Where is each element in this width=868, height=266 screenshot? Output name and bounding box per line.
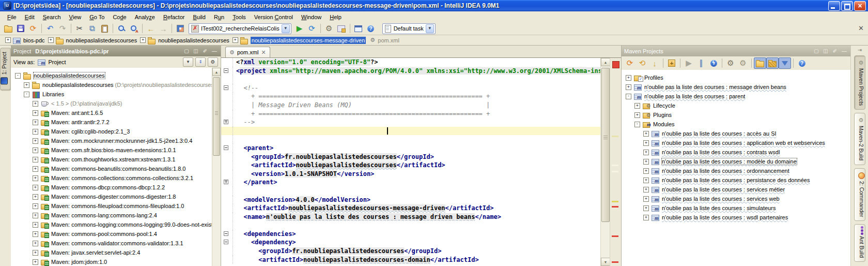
code-text[interactable]: <artifactId>noubliepaslalistedescourses-… <box>233 256 601 264</box>
tree-item[interactable]: +n'oublie pas la liste des courses : con… <box>622 147 850 157</box>
menu-search[interactable]: Search <box>39 13 65 21</box>
tool-window-button-2-commander[interactable]: 2: Commander <box>854 168 865 221</box>
error-stripe-mark[interactable] <box>612 165 618 166</box>
tree-item[interactable]: +Maven: commons-beanutils:commons-beanut… <box>11 164 212 173</box>
expand-icon[interactable]: + <box>643 140 649 146</box>
tool-window-button-project[interactable]: 1: Project <box>0 48 11 91</box>
tree-item[interactable]: +Maven: commons-dbcp:commons-dbcp:1.2.2 <box>11 183 212 192</box>
tree-item[interactable]: +Maven: cglib:cglib-nodep:2.1_3 <box>11 127 212 136</box>
tool-window-button-maven-projects[interactable]: ⚙Maven Projects <box>854 55 865 110</box>
expand-icon[interactable]: + <box>24 82 29 88</box>
tree-item[interactable]: +Maven: antlr:antlr:2.7.2 <box>11 117 212 127</box>
code-text[interactable]: <groupId>fr.noubliepaslalistedescourses<… <box>233 247 601 256</box>
tree-item[interactable]: +Maven: com.mockrunner:mockrunner-jdk1.5… <box>11 136 212 145</box>
copy-icon[interactable]: ⧉ <box>86 23 98 34</box>
menu-build[interactable]: Build <box>189 13 209 21</box>
menu-refactor[interactable]: Refactor <box>159 13 189 21</box>
minimize-panel-icon[interactable]: — <box>211 48 218 54</box>
tree-item[interactable]: +Maven: commons-digester:commons-digeste… <box>11 192 212 201</box>
expand-icon[interactable]: + <box>626 75 631 81</box>
gear-icon[interactable]: ⚙ <box>208 57 218 67</box>
code-text[interactable]: </parent> <box>233 178 601 187</box>
code-text[interactable]: + ======================================… <box>233 92 601 101</box>
code-text[interactable] <box>233 221 601 230</box>
tool-window-button-maven-2-build[interactable]: ⚙Maven-2 Build <box>854 113 865 165</box>
tree-item[interactable]: +Maven: com.thoughtworks.xstream:xstream… <box>11 155 212 164</box>
tree-item[interactable]: +n'oublie pas la liste des courses : acc… <box>622 129 850 138</box>
tree-item[interactable]: +n'oublie pas la liste des courses : app… <box>622 138 850 147</box>
float-icon[interactable]: ▢ <box>813 48 820 54</box>
tree-item[interactable]: +< 1.5 >(D:\platina\java\jdk5) <box>11 99 212 108</box>
redo-icon[interactable]: ↷ <box>56 23 69 34</box>
expand-icon[interactable]: + <box>634 112 640 118</box>
code-text[interactable]: + ======================================… <box>233 110 601 119</box>
tree-item[interactable]: +n'oublie pas la liste des courses : per… <box>622 175 850 185</box>
expand-icon[interactable]: + <box>643 205 649 211</box>
fold-marker-icon[interactable] <box>224 85 228 90</box>
tree-item[interactable]: -Libraries <box>11 90 212 99</box>
expand-icon[interactable]: + <box>643 215 649 220</box>
code-text[interactable]: <parent> <box>233 144 601 153</box>
project-structure-icon[interactable] <box>335 23 348 34</box>
minimize-button[interactable] <box>828 1 840 11</box>
tree-item[interactable]: +Maven: javax.servlet:servlet-api:2.4 <box>11 248 212 257</box>
tree-item[interactable]: +n'oublie pas la liste des courses : wsd… <box>622 213 850 222</box>
module-settings-icon[interactable] <box>174 23 187 34</box>
expand-icon[interactable]: + <box>33 129 38 135</box>
expand-icon[interactable]: + <box>33 138 38 144</box>
tree-item[interactable]: +n'oublie pas la liste des courses : ser… <box>622 194 850 203</box>
tool-window-button-ant-build[interactable]: Ant Build <box>854 224 865 262</box>
code-text[interactable]: <modelVersion>4.0.0</modelVersion> <box>233 196 601 204</box>
expand-icon[interactable]: + <box>33 120 38 125</box>
debug-coverage-icon[interactable]: ⟳ <box>306 23 318 34</box>
collapse-icon[interactable]: - <box>15 73 21 79</box>
editor-scrollbar[interactable]: ▲ ▼ <box>600 58 610 266</box>
pin-icon[interactable]: ✐ <box>831 48 839 54</box>
collapse-all-icon[interactable]: ⇕ <box>195 57 206 67</box>
menu-help[interactable]: Help <box>326 13 346 21</box>
error-stripe-mark[interactable] <box>612 235 618 237</box>
undo-icon[interactable]: ↶ <box>44 23 56 34</box>
expand-icon[interactable]: + <box>140 37 146 43</box>
menu-tools[interactable]: Tools <box>228 13 250 21</box>
tree-item[interactable]: -n'oublie pas la liste des courses : par… <box>622 92 850 101</box>
code-text[interactable]: <?xml version="1.0" encoding="UTF-8"?> <box>233 58 601 67</box>
scroll-up-icon[interactable]: ▲ <box>212 68 221 76</box>
cut-icon[interactable]: ✂ <box>73 23 86 34</box>
menu-window[interactable]: Window <box>297 13 326 21</box>
expand-icon[interactable]: + <box>634 103 640 109</box>
tree-item[interactable]: +Maven: ant:ant:1.6.5 <box>11 108 212 117</box>
update-folders-icon[interactable]: ⟲ <box>636 57 648 69</box>
code-text[interactable]: <dependencies> <box>233 230 601 239</box>
expand-icon[interactable]: + <box>33 241 38 246</box>
tree-item[interactable]: +Maven: commons-pool:commons-pool:1.4 <box>11 229 212 239</box>
expand-icon[interactable]: + <box>33 259 38 265</box>
expand-icon[interactable]: + <box>33 250 38 256</box>
hide-stripe-icon[interactable]: ⇥ <box>858 47 862 53</box>
ide-settings-icon[interactable] <box>352 23 365 34</box>
code-text[interactable]: <artifactId>noubliepaslalistedescourses<… <box>233 161 601 170</box>
scroll-up-icon[interactable]: ▲ <box>601 58 610 66</box>
back-icon[interactable]: ← <box>145 23 157 34</box>
run-build-icon[interactable]: ▶ <box>683 57 695 69</box>
expand-icon[interactable]: + <box>626 84 631 90</box>
menu-code[interactable]: Code <box>109 13 130 21</box>
expand-icon[interactable]: + <box>643 131 649 137</box>
expand-icon[interactable]: + <box>233 37 238 43</box>
menu-run[interactable]: Run <box>210 13 228 21</box>
menu-analyze[interactable]: Analyze <box>131 13 159 21</box>
show-all-phases-icon[interactable] <box>766 57 779 69</box>
tree-item[interactable]: -Modules <box>622 120 850 129</box>
tree-item[interactable]: +Maven: commons-collections:commons-coll… <box>11 173 212 183</box>
breadcrumb-item[interactable]: pom.xml <box>378 37 399 43</box>
tree-item[interactable]: +Maven: commons-fileupload:commons-fileu… <box>11 201 212 211</box>
expand-icon[interactable]: + <box>5 37 11 43</box>
fold-marker-icon[interactable] <box>224 240 228 244</box>
breadcrumb-item[interactable]: noubliepaslalistedescourses <box>66 37 137 43</box>
fold-marker-icon[interactable] <box>224 180 228 184</box>
pin-icon[interactable]: ✐ <box>202 48 209 54</box>
scroll-icon[interactable]: ◫ <box>822 48 829 54</box>
fold-marker-icon[interactable] <box>224 231 228 236</box>
toggle-offline-icon[interactable] <box>707 57 720 69</box>
expand-icon[interactable]: + <box>33 166 38 172</box>
